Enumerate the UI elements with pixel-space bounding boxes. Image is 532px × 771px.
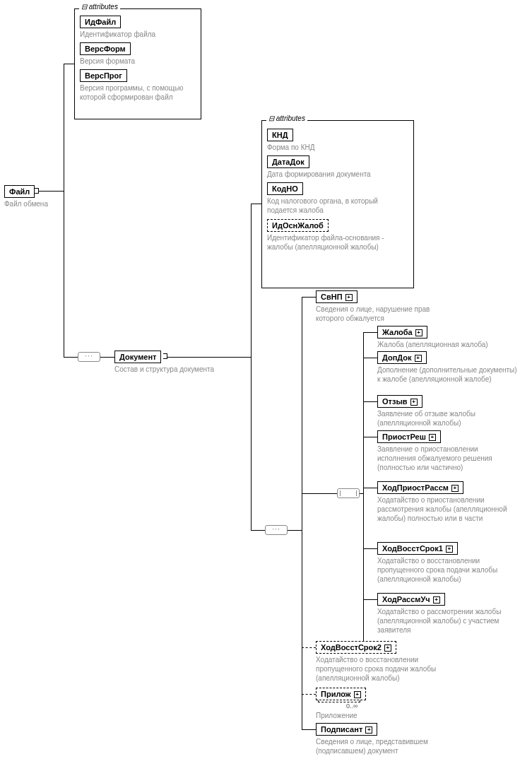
node-label: ХодВосстСрок1 [382, 544, 443, 553]
desc-versprog: Версия программы, с помощью которой сфор… [80, 83, 196, 102]
node-document[interactable]: Документ [114, 351, 161, 363]
node-label: ХодПриостРассм [382, 483, 449, 492]
node-label: ПриостРеш [382, 432, 426, 441]
desc-priostresh: Заявление о приостановлении исполнения о… [377, 445, 519, 472]
node-label: Подписант [321, 725, 362, 734]
node-zhaloba[interactable]: Жалоба+ [377, 326, 427, 339]
attrs-label: attributes [276, 114, 305, 122]
node-dopdoc[interactable]: ДопДок+ [377, 351, 427, 364]
sequence-icon [78, 352, 100, 362]
attrs-label: attributes [89, 3, 118, 11]
node-label: Отзыв [382, 397, 408, 406]
desc-knd: Форма по КНД [267, 143, 401, 152]
node-label: Файл [9, 187, 30, 196]
attrs-header[interactable]: attributes [266, 114, 307, 122]
node-label: Прилож [321, 690, 351, 698]
expand-icon[interactable]: + [433, 596, 440, 604]
node-hodrassmuch[interactable]: ХодРассмУч+ [377, 593, 445, 606]
desc-otzyv: Заявление об отзыве жалобы (апелляционно… [377, 409, 519, 428]
desc-idosnzhalob: Идентификатор файла-основания - жалобы (… [267, 233, 408, 252]
expand-icon[interactable]: + [451, 485, 459, 492]
desc-dopdoc: Дополнение (дополнительные документы) к … [377, 365, 519, 384]
desc-idfile: Идентификатор файла [80, 30, 193, 39]
attr-idfile[interactable]: ИдФайл [80, 16, 121, 28]
occurs-label: 0..∞ [346, 702, 357, 710]
sequence-icon [265, 525, 288, 535]
desc-hodpriostrassm: Ходатайство о приостановлении рассмотрен… [377, 495, 519, 523]
attr-kodno[interactable]: КодНО [267, 182, 303, 195]
attr-label: КНД [272, 131, 288, 139]
node-hodpriostrassm[interactable]: ХодПриостРассм+ [377, 481, 463, 494]
desc-hodrassmuch: Ходатайство о рассмотрении жалобы (апелл… [377, 607, 526, 635]
desc-versform: Версия формата [80, 57, 193, 66]
attr-versform[interactable]: ВерсФорм [80, 42, 131, 55]
desc-hodvosstsrok1: Ходатайство о восстановлении пропущенног… [377, 556, 526, 584]
node-label: Жалоба [382, 328, 413, 336]
choice-icon [337, 488, 360, 498]
desc-priloz: Приложение [316, 711, 457, 720]
node-label: ХодВосстСрок2 [321, 643, 382, 652]
attr-label: ДатаДок [272, 158, 305, 166]
expand-icon[interactable]: + [415, 329, 422, 336]
attr-label: ВерсФорм [85, 45, 126, 53]
node-priloz[interactable]: Прилож+ [316, 688, 366, 700]
node-otzyv[interactable]: Отзыв+ [377, 395, 422, 408]
desc-kodno: Код налогового органа, в который подаетс… [267, 196, 401, 215]
node-priostresh[interactable]: ПриостРеш+ [377, 430, 441, 443]
expand-stub [163, 353, 167, 359]
expand-icon[interactable]: + [446, 546, 453, 553]
expand-icon[interactable]: + [354, 691, 361, 698]
node-hodvosstsrok2[interactable]: ХодВосстСрок2+ [316, 641, 396, 654]
attr-idosnzhalob[interactable]: ИдОснЖалоб [267, 219, 329, 232]
attr-label: КодНО [272, 184, 298, 193]
attr-label: ИдОснЖалоб [272, 221, 324, 230]
desc-hodvosstsrok2: Ходатайство о восстановлении пропущенног… [316, 655, 464, 683]
node-label: Документ [119, 353, 156, 361]
expand-icon[interactable]: + [415, 355, 422, 362]
desc-file: Файл обмена [4, 199, 61, 208]
attr-datadoc[interactable]: ДатаДок [267, 155, 309, 168]
desc-datadoc: Дата формирования документа [267, 170, 401, 179]
expand-icon[interactable]: + [345, 294, 353, 301]
node-label: ДопДок [382, 353, 412, 362]
attr-label: ИдФайл [85, 18, 116, 26]
expand-icon[interactable]: + [384, 645, 391, 652]
node-label: СвНП [321, 293, 343, 301]
attr-knd[interactable]: КНД [267, 129, 293, 141]
attr-versprog[interactable]: ВерсПрог [80, 69, 127, 82]
node-podpisant[interactable]: Подписант+ [316, 723, 377, 736]
desc-document: Состав и структура документа [114, 365, 242, 374]
desc-svnp: Сведения о лице, нарушение прав которого… [316, 305, 457, 323]
attrs-header[interactable]: attributes [79, 3, 120, 11]
node-svnp[interactable]: СвНП+ [316, 290, 357, 303]
expand-icon[interactable]: + [365, 726, 372, 734]
attr-label: ВерсПрог [85, 71, 122, 80]
node-file[interactable]: Файл [4, 185, 35, 198]
expand-icon[interactable]: + [429, 434, 436, 441]
node-hodvosstsrok1[interactable]: ХодВосстСрок1+ [377, 542, 458, 555]
node-label: ХодРассмУч [382, 595, 430, 604]
expand-icon[interactable]: + [410, 399, 418, 406]
desc-podpisant: Сведения о лице, представившем (подписав… [316, 737, 464, 755]
desc-zhaloba: Жалоба (апелляционная жалоба) [377, 340, 519, 349]
